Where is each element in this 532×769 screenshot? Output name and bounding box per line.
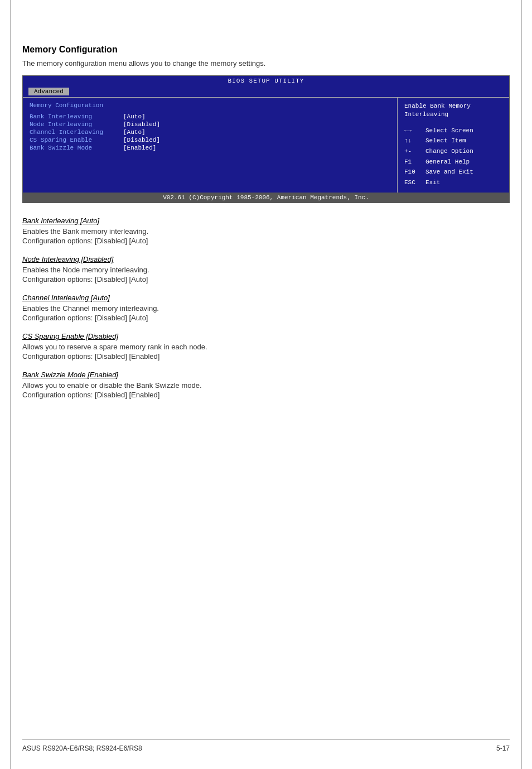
bios-item-row: CS Sparing Enable [Disabled] xyxy=(30,137,390,143)
bios-item-value: [Disabled] xyxy=(123,121,160,128)
item-desc-text: Configuration options: [Disabled] [Auto] xyxy=(22,237,510,245)
legend-desc: Select Screen xyxy=(425,127,473,134)
bios-item-value: [Auto] xyxy=(123,129,146,136)
bios-item-label: Channel Interleaving xyxy=(30,129,119,136)
item-desc-title: Node Interleaving [Disabled] xyxy=(22,255,510,263)
legend-key: ↑↓ xyxy=(404,136,425,146)
bios-main-area: Memory Configuration Bank Interleaving [… xyxy=(23,97,509,193)
bios-legend-row: F1General Help xyxy=(404,157,502,167)
page-intro: The memory configuration menu allows you… xyxy=(22,59,510,68)
bios-footer: V02.61 (C)Copyright 1985-2006, American … xyxy=(23,193,509,203)
item-desc-title: Bank Swizzle Mode [Enabled] xyxy=(22,371,510,379)
bios-legend-row: ←→Select Screen xyxy=(404,126,502,136)
legend-desc: Select Item xyxy=(425,137,466,144)
item-desc-block: Channel Interleaving [Auto]Enables the C… xyxy=(22,294,510,322)
item-desc-text: Configuration options: [Disabled] [Enabl… xyxy=(22,391,510,399)
bios-legend-row: ↑↓Select Item xyxy=(404,136,502,146)
bios-item-row: Bank Interleaving [Auto] xyxy=(30,113,390,120)
legend-key: ESC xyxy=(404,178,425,188)
legend-key: F10 xyxy=(404,167,425,177)
item-desc-block: CS Sparing Enable [Disabled]Allows you t… xyxy=(22,332,510,361)
bios-tab-advanced[interactable]: Advanced xyxy=(28,88,69,95)
item-descriptions: Bank Interleaving [Auto]Enables the Bank… xyxy=(22,217,510,399)
bios-item-row: Channel Interleaving [Auto] xyxy=(30,129,390,136)
legend-key: ←→ xyxy=(404,126,425,136)
right-border xyxy=(521,0,522,769)
bios-item-label: Bank Interleaving xyxy=(30,113,119,120)
item-desc-title: CS Sparing Enable [Disabled] xyxy=(22,332,510,340)
item-desc-text: Enables the Node memory interleaving. xyxy=(22,266,510,274)
bios-title-bar: BIOS SETUP UTILITY xyxy=(23,76,509,86)
bios-item-label: Node Interleaving xyxy=(30,121,119,128)
item-desc-text: Enables the Bank memory interleaving. xyxy=(22,227,510,235)
item-desc-title: Bank Interleaving [Auto] xyxy=(22,217,510,225)
item-desc-text: Configuration options: [Disabled] [Auto] xyxy=(22,314,510,322)
item-desc-block: Bank Interleaving [Auto]Enables the Bank… xyxy=(22,217,510,245)
bios-legend: ←→Select Screen↑↓Select Item+-Change Opt… xyxy=(404,126,502,189)
legend-desc: Change Option xyxy=(425,148,473,155)
legend-key: +- xyxy=(404,147,425,157)
bios-item-value: [Auto] xyxy=(123,113,146,120)
bios-tab-row: Advanced xyxy=(23,86,509,97)
item-desc-text: Configuration options: [Disabled] [Enabl… xyxy=(22,352,510,361)
item-desc-text: Configuration options: [Disabled] [Auto] xyxy=(22,275,510,283)
bios-left-panel: Memory Configuration Bank Interleaving [… xyxy=(23,98,398,193)
bios-legend-row: ESCExit xyxy=(404,178,502,188)
left-border xyxy=(10,0,11,769)
bios-screen: BIOS SETUP UTILITY Advanced Memory Confi… xyxy=(22,75,510,203)
bios-legend-row: F10Save and Exit xyxy=(404,167,502,177)
bios-right-panel: Enable Bank Memory Interleaving ←→Select… xyxy=(398,98,509,193)
item-desc-block: Node Interleaving [Disabled]Enables the … xyxy=(22,255,510,283)
bios-item-value: [Enabled] xyxy=(123,145,156,151)
legend-desc: Save and Exit xyxy=(425,169,473,175)
footer-left: ASUS RS920A-E6/RS8; RS924-E6/RS8 xyxy=(22,744,142,752)
page-footer: ASUS RS920A-E6/RS8; RS924-E6/RS8 5-17 xyxy=(22,739,510,752)
bios-help-text: Enable Bank Memory Interleaving xyxy=(404,102,502,119)
legend-key: F1 xyxy=(404,157,425,167)
item-desc-text: Allows you to enable or disable the Bank… xyxy=(22,381,510,390)
footer-right: 5-17 xyxy=(496,744,510,752)
item-desc-title: Channel Interleaving [Auto] xyxy=(22,294,510,302)
bios-item-label: CS Sparing Enable xyxy=(30,137,119,143)
bios-item-value: [Disabled] xyxy=(123,137,160,143)
item-desc-text: Allows you to reserve a spare memory ran… xyxy=(22,343,510,351)
legend-desc: General Help xyxy=(425,158,470,165)
bios-item-row: Bank Swizzle Mode [Enabled] xyxy=(30,145,390,151)
bios-items-list: Bank Interleaving [Auto] Node Interleavi… xyxy=(30,113,390,151)
legend-desc: Exit xyxy=(425,179,440,186)
bios-legend-row: +-Change Option xyxy=(404,147,502,157)
bios-item-label: Bank Swizzle Mode xyxy=(30,145,119,151)
page-title: Memory Configuration xyxy=(22,45,510,55)
bios-item-row: Node Interleaving [Disabled] xyxy=(30,121,390,128)
bios-title: BIOS SETUP UTILITY xyxy=(228,78,304,84)
item-desc-text: Enables the Channel memory interleaving. xyxy=(22,304,510,313)
bios-section-header: Memory Configuration xyxy=(30,102,390,109)
item-desc-block: Bank Swizzle Mode [Enabled]Allows you to… xyxy=(22,371,510,399)
